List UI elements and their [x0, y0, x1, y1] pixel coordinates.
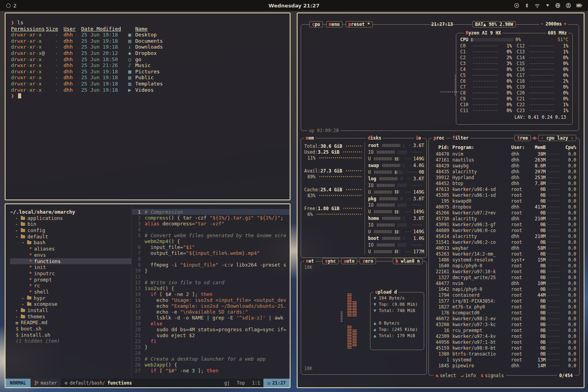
process-row[interactable]: 48435 alacritty dhh 207M 0.0	[432, 169, 576, 174]
process-row[interactable]: 42309 kworker/u97:4-kv root 0B 0.0	[432, 333, 576, 339]
process-row[interactable]: 1327 dmcrypt_write/25 root 0B 0.0	[432, 274, 576, 280]
tree-item[interactable]: envs	[10, 252, 131, 258]
sort-column-selector[interactable]: ‹ cpu lazy ›	[538, 135, 576, 141]
tab-preset[interactable]: preset *	[346, 21, 373, 27]
process-row[interactable]: 48477 nvim dhh 10M 0.0	[432, 280, 576, 286]
tree-item[interactable]: functions	[10, 258, 131, 265]
prompt-line-empty[interactable]: ❯	[11, 93, 284, 99]
proc-title[interactable]: proc	[432, 135, 446, 141]
file-row[interactable]: drwxr-xr-x - dhh 25 Jun 19:18 ▦ Pictures	[11, 69, 284, 75]
screen-record-icon[interactable]	[514, 3, 519, 8]
tree-item[interactable]: shell	[10, 289, 131, 295]
process-row[interactable]: 48478 nvim dhh 38M 0.0	[432, 151, 576, 157]
net-zero-button[interactable]: zero	[359, 258, 376, 264]
tree-item[interactable]: config	[10, 227, 131, 234]
process-row[interactable]: 48429 swaybg dhh 8.6M 0.0	[432, 163, 576, 169]
process-row[interactable]: 1642 napi/phy0-0 root 0B 0.0	[432, 286, 576, 292]
tree-item[interactable]: hypr	[10, 295, 131, 301]
file-row[interactable]: drwxr-xr-x - dhh 25 Jun 21:26 ♪ Music	[11, 62, 284, 69]
file-row[interactable]: drwxr-xr-x - dhh 25 Jun 19:18 ▶ Videos	[11, 87, 284, 93]
tree-toggle-button[interactable]: tree	[514, 135, 531, 141]
filter-button[interactable]: filter	[451, 135, 470, 141]
mem-title[interactable]: mem	[304, 135, 316, 141]
process-row[interactable]: 45414 alacritty dhh 210M 0.0	[432, 233, 576, 239]
process-row[interactable]: 1827 mt76-tx phy0 root 0B 0.0	[432, 304, 576, 310]
process-row[interactable]: 31541 kworker/u96:2-co root 0B 0.0	[432, 239, 576, 245]
select-key[interactable]: ⇅select	[436, 373, 456, 378]
globe-icon[interactable]	[555, 3, 561, 8]
process-row[interactable]: 1 systemd root 13M 0.0	[432, 357, 576, 363]
process-row[interactable]: 44956 kworker/u97:1-bt root 0B 0.0	[432, 339, 576, 345]
tab-cpu[interactable]: cpu	[309, 21, 323, 27]
file-row[interactable]: drwxr-xr-x - dhh 25 Jun 19:18 ↓ Download…	[11, 44, 284, 50]
terminal-window[interactable]: ❯ ls PermissionsSizeUserDate ModifiedNam…	[5, 13, 290, 200]
process-row[interactable]: 1486 systemd-resolve syst+ 15M 0.0	[432, 257, 576, 263]
process-row[interactable]: 46072 kworker/u98:2-ev root 0B 0.0	[432, 316, 576, 321]
process-row[interactable]: 47161 nautilus dhh 263M 0.0	[432, 157, 576, 163]
process-row[interactable]: 44889 kworker/u96:0-co root 0B 0.0	[432, 227, 576, 233]
process-row[interactable]: 39912 Hyprland dhh 253M 0.0	[432, 174, 576, 180]
tree-item[interactable]: install	[10, 307, 131, 314]
net-auto-button[interactable]: auto	[341, 258, 358, 264]
process-row[interactable]: 40013 waybar dhh 58M 0.0	[432, 245, 576, 251]
process-row[interactable]: 16 rcu_preempt root 0B 0.0	[432, 327, 576, 333]
process-row[interactable]: 45266 kworker/u97:2+ev root 0B 0.0	[432, 210, 576, 216]
process-row[interactable]: 45263 kworker/14:2-mm_ root 0B 0.0	[432, 251, 576, 257]
bluetooth-icon[interactable]	[524, 3, 529, 8]
tree-item[interactable]: default	[10, 234, 131, 240]
process-row[interactable]: 1845 pipewire dhh 14M 0.0	[432, 363, 576, 368]
io-title[interactable]: io	[414, 135, 423, 141]
process-row[interactable]: 45730 alacritty dhh 210M 0.0	[432, 216, 576, 221]
git-branch-segment[interactable]: master	[31, 379, 61, 387]
tree-item[interactable]: applications	[10, 215, 131, 221]
tree-item[interactable]: boot.sh	[10, 326, 131, 332]
tree-item[interactable]: install.sh	[10, 332, 131, 338]
tree-item[interactable]: inputrc	[10, 270, 131, 277]
tree-item[interactable]: init	[10, 264, 131, 270]
neovim-window[interactable]: ~/.local/share/omarchy applications bin	[5, 203, 290, 388]
tree-item[interactable]: bash	[10, 240, 131, 246]
process-row[interactable]: 22161 kworker/u97:10-k root 0B 0.0	[432, 269, 576, 274]
signals-key[interactable]: ssignals	[481, 373, 504, 378]
net-sync-button[interactable]: sync	[322, 258, 339, 264]
process-row[interactable]: 45305 kworker/u96:1-sd root 0B 0.0	[432, 192, 576, 198]
btop-window[interactable]: cpu menu preset * 21:27:13 BAT▲ 98% 2.90…	[297, 13, 584, 388]
process-row[interactable]: 47613 kworker/u96:4-sd root 0B 0.0	[432, 186, 576, 192]
tree-item[interactable]: themes	[10, 314, 131, 320]
process-row[interactable]: 43091 kworker/u96:3-gf root 0B 0.0	[432, 221, 576, 227]
tree-item[interactable]: rc	[10, 283, 131, 289]
process-row[interactable]: 1640 napi/phy0-0 root 0B 0.0	[432, 263, 576, 269]
idle-inhibitor-icon[interactable]	[545, 3, 550, 8]
tree-item[interactable]: xcompose	[10, 301, 131, 307]
process-row[interactable]: 45159 kworker/u98:0-bt root 0B 0.0	[432, 345, 576, 351]
battery-icon[interactable]	[576, 3, 583, 8]
tree-item[interactable]: README.md	[10, 319, 131, 326]
tree-item[interactable]: (1 hidden item)	[10, 338, 131, 344]
workspace-indicator[interactable]: 2	[6, 3, 16, 9]
process-row[interactable]: 1794 containerd root 44M 0.0	[432, 292, 576, 298]
process-row[interactable]: 40075 dropbox dhh 413M 0.0	[432, 204, 576, 210]
proc-column-headers[interactable]: Pid: Program: User: MemB Cpu%	[432, 145, 576, 150]
process-row[interactable]: 176 kcompactd0 root 0B 0.0	[432, 310, 576, 316]
disks-title[interactable]: disks	[366, 135, 383, 141]
file-row[interactable]: drwxr-xr-x - dhh 25 Jun 19:18 ▧ Public	[11, 74, 284, 81]
file-row[interactable]: drwxr-xr-x - dhh 25 Jun 19:18 ▤ Document…	[11, 38, 284, 44]
tree-item[interactable]: aliases	[10, 246, 131, 252]
net-title[interactable]: net	[304, 258, 316, 264]
info-key[interactable]: ↵info	[461, 373, 476, 378]
process-row[interactable]: 43208 kworker/u97:3-kc root 0B 0.0	[432, 321, 576, 327]
wifi-icon[interactable]	[534, 3, 540, 8]
file-row[interactable]: drwxr-xr-x@ - dhh 25 Jun 20:12 ◆ Dropbox	[11, 50, 284, 56]
tab-menu[interactable]: menu	[326, 21, 343, 27]
process-row[interactable]: 195 kswapd0 root 0B 0.0	[432, 198, 576, 204]
process-row[interactable]: 48452 btop dhh 7.8M 0.0	[432, 180, 576, 186]
process-row[interactable]: 1380 btrfs-transactio root 0B 0.0	[432, 351, 576, 357]
file-row[interactable]: drwxr-xr-x - dhh 25 Jun 19:18 ▣ Desktop	[11, 32, 284, 38]
file-row[interactable]: drwxr-xr-x - dhh 25 Jun 18:50 ○ go	[11, 56, 284, 63]
tree-item[interactable]: bin	[10, 221, 131, 227]
code-pane[interactable]: 1 # Compression 2 compress() { tar -czf …	[132, 204, 290, 379]
process-row[interactable]: 1577 irq/81-PIXA3854: root 0B 0.0	[432, 298, 576, 304]
file-row[interactable]: drwxr-xr-x - dhh 25 Jun 19:18 ▥ Template…	[11, 81, 284, 87]
update-plus-button[interactable]: +	[564, 21, 566, 27]
net-interface-switch[interactable]: b wlan0 n	[393, 258, 423, 264]
